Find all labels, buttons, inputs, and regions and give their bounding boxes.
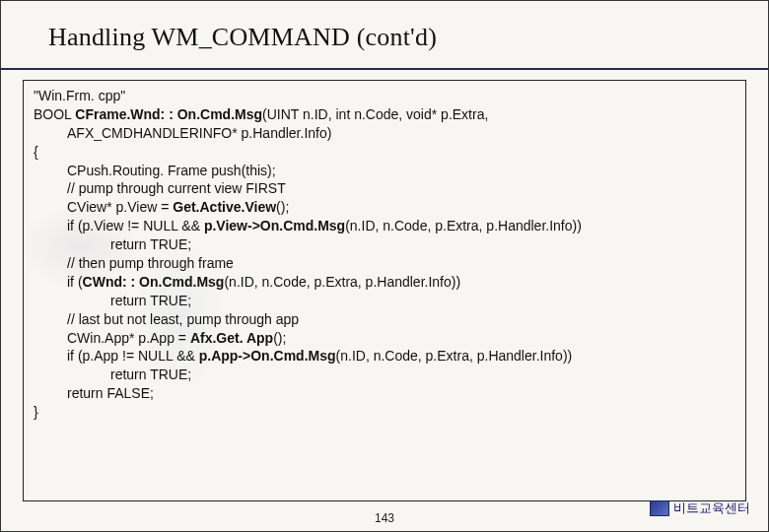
code-sig-line-2: AFX_CMDHANDLERINFO* p.Handler.Info) xyxy=(34,124,735,143)
brand-logo-icon xyxy=(650,500,669,516)
code-l6: // then pump through frame xyxy=(34,254,735,273)
l4-rest: (n.ID, n.Code, p.Extra, p.Handler.Info)) xyxy=(345,218,582,233)
sig1-bold: CFrame.Wnd: : On.Cmd.Msg xyxy=(75,106,262,122)
code-l8: return TRUE; xyxy=(34,292,735,310)
l7-rest: (n.ID, n.Code, p.Extra, p.Handler.Info)) xyxy=(224,274,460,290)
brand-label: 비트교육센터 xyxy=(650,499,750,517)
slide-title: Handling WM_COMMAND (cont'd) xyxy=(1,1,768,56)
l3-bold: Get.Active.View xyxy=(173,199,276,215)
slide: Handling WM_COMMAND (cont'd) "Win.Frm. c… xyxy=(1,1,768,531)
code-l13: return FALSE; xyxy=(34,384,735,403)
l10-rest: (); xyxy=(273,330,286,346)
l10-prefix: CWin.App* p.App = xyxy=(67,330,190,346)
code-l11: if (p.App != NULL && p.App->On.Cmd.Msg(n… xyxy=(34,347,735,366)
l4-bold: p.View->On.Cmd.Msg xyxy=(204,218,345,233)
code-sig-line-1: BOOL CFrame.Wnd: : On.Cmd.Msg(UINT n.ID,… xyxy=(34,105,735,124)
code-l12: return TRUE; xyxy=(34,366,735,384)
code-l5: return TRUE; xyxy=(34,235,735,254)
code-brace-open: { xyxy=(34,143,735,162)
l7-prefix: if ( xyxy=(67,274,83,290)
l11-prefix: if (p.App != NULL && xyxy=(67,348,199,364)
l11-bold: p.App->On.Cmd.Msg xyxy=(199,348,336,364)
l11-rest: (n.ID, n.Code, p.Extra, p.Handler.Info)) xyxy=(336,348,573,364)
l10-bold: Afx.Get. App xyxy=(190,330,273,346)
code-l9: // last but not least, pump through app xyxy=(34,310,735,329)
l3-prefix: CView* p.View = xyxy=(67,199,173,215)
code-l10: CWin.App* p.App = Afx.Get. App(); xyxy=(34,329,735,348)
brand-text: 비트교육센터 xyxy=(673,499,750,517)
code-l2: // pump through current view FIRST xyxy=(34,179,735,198)
code-file-label: "Win.Frm. cpp" xyxy=(34,87,735,105)
code-box: "Win.Frm. cpp" BOOL CFrame.Wnd: : On.Cmd… xyxy=(23,80,746,501)
l3-rest: (); xyxy=(276,199,289,215)
title-rule xyxy=(1,68,768,70)
code-l4: if (p.View != NULL && p.View->On.Cmd.Msg… xyxy=(34,217,735,235)
code-brace-close: } xyxy=(34,403,735,422)
sig1-prefix: BOOL xyxy=(34,106,75,122)
code-l7: if (CWnd: : On.Cmd.Msg(n.ID, n.Code, p.E… xyxy=(34,273,735,292)
sig1-rest: (UINT n.ID, int n.Code, void* p.Extra, xyxy=(262,106,488,122)
l4-prefix: if (p.View != NULL && xyxy=(67,218,204,233)
code-l1: CPush.Routing. Frame push(this); xyxy=(34,162,735,180)
l7-bold: CWnd: : On.Cmd.Msg xyxy=(83,274,225,290)
code-l3: CView* p.View = Get.Active.View(); xyxy=(34,198,735,217)
